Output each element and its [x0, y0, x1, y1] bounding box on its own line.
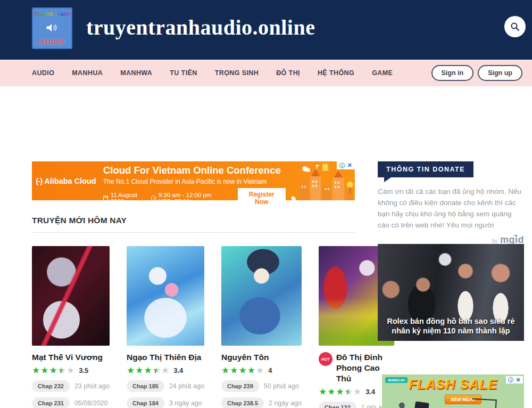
chapter-row: Chap 23223 phút ago — [32, 380, 110, 392]
mgid-logo: mgid — [500, 234, 524, 245]
auth-buttons: Sign in Sign up — [431, 65, 523, 81]
star-rating: ★★★★★★3.4 — [127, 366, 204, 375]
flash-ad-title: FLASH SALE — [382, 377, 524, 392]
site-logo[interactable]: Truyện Tranh AUDIO — [32, 7, 72, 49]
flash-ad-close-icon[interactable]: ✕ — [516, 377, 521, 383]
chapter-row: Chap 238.52 ngày ago — [221, 397, 302, 408]
alibaba-brand-text: Alibaba Cloud — [44, 177, 96, 185]
rating-value: 4 — [268, 366, 272, 374]
rating-value: 3.5 — [79, 366, 88, 374]
sign-up-button[interactable]: Sign up — [478, 65, 522, 81]
chapter-time: 24 phút ago — [169, 382, 204, 390]
search-button[interactable] — [504, 16, 526, 37]
ad-close-icon[interactable]: ✕ — [347, 162, 352, 168]
donate-ribbon: THÔNG TIN DONATE — [378, 161, 473, 177]
star-half-overlay: ★ — [58, 366, 62, 375]
chapter-badge[interactable]: Chap 132 — [319, 402, 356, 408]
comic-title[interactable]: Nguyên Tôn — [221, 352, 269, 363]
nav-item-tu-tien[interactable]: TU TIÊN — [170, 69, 197, 77]
alibaba-ad-content: Cloud For Vietnam Online Conference The … — [100, 161, 295, 200]
phone-image — [412, 401, 429, 408]
sidebar: THÔNG TIN DONATE Cám ơn tất cả các bạn đ… — [378, 161, 524, 246]
star-rating: ★★★★★4 — [221, 366, 302, 375]
star-half-overlay: ★ — [345, 387, 349, 396]
donate-text: Cám ơn tất cả các bạn đã ủng hộ nhóm. Nế… — [378, 186, 524, 231]
sign-in-button[interactable]: Sign in — [431, 65, 474, 81]
star-full-icon: ★ — [135, 366, 143, 375]
nav-item-game[interactable]: GAME — [372, 69, 393, 77]
ad-time: 9:30 am - 12:00 pm UTC+07:00 — [159, 192, 230, 205]
section-divider — [32, 232, 355, 233]
star-full-icon: ★ — [230, 366, 238, 375]
comic-title[interactable]: Mạt Thế Vi Vương — [32, 352, 103, 363]
star-full-icon: ★ — [32, 366, 40, 375]
chapter-badge[interactable]: Chap 238.5 — [221, 397, 264, 408]
alibaba-brand: (-) Alibaba Cloud — [32, 161, 100, 200]
nav-item-manhua[interactable]: MANHUA — [72, 69, 103, 77]
chapter-badge[interactable]: Chap 185 — [127, 380, 164, 392]
nav-item-he-thong[interactable]: HỆ THỐNG — [318, 69, 354, 77]
nav-item-manhwa[interactable]: MANHWA — [120, 69, 152, 77]
logo-text-top: Truyện Tranh — [34, 11, 71, 17]
star-full-icon: ★ — [221, 366, 229, 375]
chapter-badge[interactable]: Chap 239 — [221, 380, 259, 392]
star-full-icon: ★ — [238, 366, 246, 375]
star-half-icon: ★★ — [153, 366, 161, 375]
chapter-time: 3 ngày ago — [169, 399, 202, 407]
chapter-badge[interactable]: Chap 232 — [32, 380, 70, 392]
register-now-button[interactable]: Register Now — [238, 188, 286, 208]
nav-item-trong-sinh[interactable]: TRỌNG SINH — [215, 69, 259, 77]
nav-item--o-thi[interactable]: ĐÔ THỊ — [276, 69, 300, 77]
chapter-row: Chap 18524 phút ago — [127, 380, 204, 392]
nav-items: AUDIOMANHUAMANHWATU TIÊNTRỌNG SINHĐÔ THỊ… — [32, 69, 393, 77]
chapter-badge[interactable]: Chap 231 — [32, 397, 70, 408]
star-full-icon: ★ — [327, 387, 335, 396]
chapter-time: 50 phút ago — [264, 382, 299, 390]
star-half-overlay: ★ — [153, 366, 157, 375]
file-icon — [322, 162, 329, 171]
native-ad-rolex[interactable]: Rolex bán đồng hồ bản sao siêu rẻ nhân k… — [378, 244, 524, 341]
star-half-icon: ★★ — [345, 387, 353, 396]
ad-title: Cloud For Vietnam Online Conference — [103, 165, 295, 176]
comic-cover-image[interactable] — [32, 246, 110, 346]
comic-card-grid: Mạt Thế Vi Vương★★★★★★3.5Chap 23223 phút… — [32, 246, 355, 408]
alibaba-ad-banner[interactable]: (-) Alibaba Cloud Cloud For Vietnam Onli… — [32, 161, 355, 200]
ad-date-row: 11 August 2020 9:30 am - 12:00 pm UTC+07… — [103, 188, 295, 208]
chapter-time: 05/08/2020 — [74, 399, 108, 407]
comic-card: Ngạo Thị Thiên Địa★★★★★★3.4Chap 18524 ph… — [127, 246, 204, 408]
flash-ad-info-icon[interactable]: i — [508, 377, 513, 382]
flash-adchoices-controls: i ✕ — [506, 376, 523, 383]
lamp-image — [471, 398, 497, 408]
comic-title-row: Ngạo Thị Thiên Địa — [127, 352, 204, 363]
calendar-icon — [103, 195, 108, 201]
clock-icon — [151, 195, 156, 201]
microphone-image — [400, 406, 408, 408]
star-full-icon: ★ — [336, 387, 344, 396]
chapter-time: 23 phút ago — [74, 382, 110, 390]
ad-city-illustration: i ✕ — [295, 161, 355, 200]
star-full-icon: ★ — [127, 366, 135, 375]
hot-badge: HOT — [319, 352, 332, 366]
adchoices-controls: i ✕ — [337, 161, 355, 169]
ad-info-icon[interactable]: i — [339, 163, 345, 168]
ad-subtitle: The No.1 Cloud Provider in Asia-Pacific … — [103, 178, 295, 185]
chapter-badge[interactable]: Chap 184 — [127, 397, 164, 408]
star-full-icon: ★ — [319, 387, 327, 396]
flash-sale-ad[interactable]: Antien.vn FLASH SALE XEM NGAY i ✕ — [382, 374, 524, 408]
site-title[interactable]: truyentranhaudio.online — [86, 15, 315, 40]
comic-card: Nguyên Tôn★★★★★4Chap 23950 phút agoChap … — [221, 246, 302, 408]
star-empty-icon: ★ — [66, 366, 74, 375]
star-full-icon: ★ — [247, 366, 255, 375]
speaker-icon — [45, 22, 59, 34]
native-ad-caption: Rolex bán đồng hồ bản sao siêu rẻ nhân k… — [381, 316, 521, 336]
comic-cover-image[interactable] — [221, 246, 302, 346]
star-full-icon: ★ — [49, 366, 57, 375]
mgid-by-label: by — [492, 238, 498, 244]
comic-cover-image[interactable] — [127, 246, 204, 346]
logo-text-audio: AUDIO — [40, 38, 65, 46]
nav-item-audio[interactable]: AUDIO — [32, 69, 54, 77]
main-navbar: AUDIOMANHUAMANHWATU TIÊNTRỌNG SINHĐÔ THỊ… — [0, 60, 532, 86]
comic-card: Mạt Thế Vi Vương★★★★★★3.5Chap 23223 phút… — [32, 246, 110, 408]
comic-title[interactable]: Ngạo Thị Thiên Địa — [127, 352, 201, 363]
star-full-icon: ★ — [40, 366, 48, 375]
